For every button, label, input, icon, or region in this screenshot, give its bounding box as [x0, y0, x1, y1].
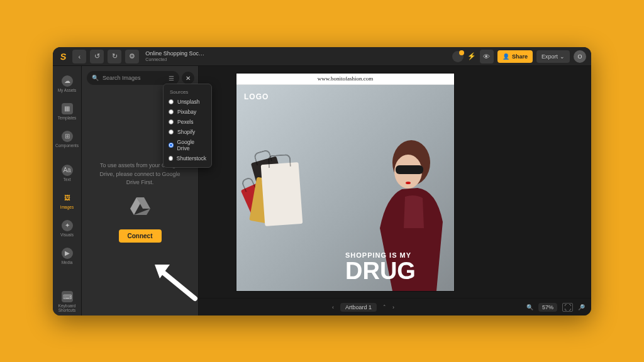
- option-label: Shutterstock: [177, 155, 206, 162]
- rail-label: Visuals: [60, 233, 74, 237]
- source-option-shutterstock[interactable]: Shutterstock: [164, 153, 211, 163]
- shopping-bag: [261, 162, 303, 226]
- rail-label: Components: [55, 143, 79, 148]
- rail-item-text[interactable]: Aa Text: [53, 159, 82, 187]
- option-label: Shopify: [177, 129, 195, 135]
- fullscreen-button[interactable]: ⛶: [562, 303, 573, 312]
- source-option-pixabay[interactable]: Pixabay: [164, 107, 211, 117]
- brand-logo: S: [60, 52, 67, 62]
- tagline-big: DRUG: [345, 260, 416, 282]
- search-input[interactable]: 🔍 Search Images ☰: [87, 71, 179, 85]
- document-status: Connected: [145, 57, 204, 62]
- rail-label: Templates: [58, 116, 77, 120]
- google-drive-icon: [129, 196, 152, 221]
- option-label: Unsplash: [177, 99, 199, 105]
- svg-point-3: [406, 182, 411, 184]
- components-icon: ⊞: [62, 131, 73, 142]
- user-avatar[interactable]: O: [574, 50, 586, 63]
- connect-button[interactable]: Connect: [119, 229, 162, 243]
- chevron-down-icon: ⌄: [560, 53, 565, 60]
- preview-button[interactable]: 👁: [480, 50, 494, 63]
- rail-item-images[interactable]: 🖼 Images: [53, 187, 82, 214]
- radio-icon: [169, 143, 174, 148]
- rail-label: My Assets: [58, 88, 77, 92]
- artboard-image: LOGO: [236, 85, 454, 291]
- share-icon: 👤: [502, 53, 509, 60]
- panel-close-button[interactable]: ✕: [182, 72, 194, 84]
- artboard-logo-text: LOGO: [244, 92, 269, 101]
- artboard[interactable]: www.bonitofashion.com LOGO: [236, 74, 454, 291]
- source-option-google-drive[interactable]: Google Drive: [164, 137, 211, 153]
- rail-item-visuals[interactable]: ✦ Visuals: [53, 214, 82, 242]
- document-title: Online Shopping Soc…: [145, 51, 204, 57]
- artboard-tagline: SHOPPING IS MY DRUG: [345, 251, 416, 282]
- radio-icon: [169, 99, 174, 104]
- settings-button[interactable]: ⚙: [125, 50, 139, 63]
- radio-icon: [169, 129, 174, 134]
- export-label: Export: [541, 53, 558, 60]
- rail-item-media[interactable]: ▶ Media: [53, 242, 82, 270]
- document-info[interactable]: Online Shopping Soc… Connected: [145, 51, 204, 62]
- sources-dropdown: Sources Unsplash Pixabay Pexels Shopify …: [163, 84, 212, 168]
- zoom-out-button[interactable]: 🔍: [526, 304, 533, 310]
- artboard-name[interactable]: Artboard 1: [340, 303, 377, 312]
- comments-button[interactable]: [452, 51, 464, 62]
- dropdown-title: Sources: [164, 88, 211, 97]
- rail-item-keyboard-shortcuts[interactable]: ⌨ Keyboard Shortcuts: [53, 288, 82, 315]
- search-placeholder: Search Images: [103, 75, 141, 81]
- source-option-shopify[interactable]: Shopify: [164, 127, 211, 137]
- app-window: S ‹ ↺ ↻ ⚙ Online Shopping Soc… Connected…: [53, 47, 591, 315]
- redo-button[interactable]: ↻: [108, 50, 121, 63]
- svg-rect-2: [396, 165, 423, 174]
- export-button[interactable]: Export ⌄: [536, 50, 570, 63]
- templates-icon: ▦: [62, 103, 73, 114]
- next-artboard-button[interactable]: ›: [392, 304, 394, 310]
- source-option-pexels[interactable]: Pexels: [164, 117, 211, 127]
- bolt-icon[interactable]: ⚡: [467, 52, 476, 60]
- rail-label: Keyboard Shortcuts: [53, 304, 82, 312]
- prev-artboard-button[interactable]: ‹: [332, 304, 334, 310]
- left-rail: ☁ My Assets ▦ Templates ⊞ Components Aa …: [53, 66, 82, 315]
- cloud-icon: ☁: [62, 75, 73, 87]
- radio-icon: [169, 119, 174, 124]
- visuals-icon: ✦: [62, 220, 73, 231]
- radio-icon: [169, 109, 174, 114]
- option-label: Google Drive: [177, 139, 206, 151]
- zoom-level[interactable]: 57%: [538, 303, 557, 312]
- rail-item-components[interactable]: ⊞ Components: [53, 125, 82, 153]
- zoom-in-button[interactable]: 🔎: [578, 304, 585, 310]
- canvas-viewport[interactable]: www.bonitofashion.com LOGO: [199, 66, 591, 298]
- radio-icon: [169, 156, 173, 161]
- artboard-url-bar: www.bonitofashion.com: [236, 74, 454, 85]
- rail-label: Images: [60, 205, 74, 209]
- text-icon: Aa: [62, 165, 73, 176]
- search-icon: 🔍: [92, 75, 99, 81]
- artboard-up-button[interactable]: ˄: [383, 304, 386, 310]
- undo-button[interactable]: ↺: [90, 50, 104, 63]
- media-icon: ▶: [62, 248, 73, 259]
- rail-label: Text: [64, 177, 71, 182]
- canvas-area: www.bonitofashion.com LOGO: [199, 66, 591, 315]
- option-label: Pexels: [177, 119, 194, 125]
- top-bar: S ‹ ↺ ↻ ⚙ Online Shopping Soc… Connected…: [53, 47, 591, 66]
- keyboard-icon: ⌨: [62, 291, 73, 302]
- artboard-footer: ‹ Artboard 1 ˄ › 🔍 57% ⛶ 🔎: [199, 298, 591, 315]
- app-body: ☁ My Assets ▦ Templates ⊞ Components Aa …: [53, 66, 591, 315]
- share-label: Share: [512, 53, 528, 60]
- source-option-unsplash[interactable]: Unsplash: [164, 97, 211, 107]
- images-icon: 🖼: [62, 192, 73, 204]
- rail-label: Media: [62, 260, 73, 265]
- rail-item-templates[interactable]: ▦ Templates: [53, 97, 82, 125]
- filter-icon[interactable]: ☰: [169, 75, 174, 82]
- share-button[interactable]: 👤 Share: [497, 50, 533, 63]
- rail-item-my-assets[interactable]: ☁ My Assets: [53, 70, 82, 97]
- back-button[interactable]: ‹: [72, 50, 86, 63]
- option-label: Pixabay: [177, 109, 196, 115]
